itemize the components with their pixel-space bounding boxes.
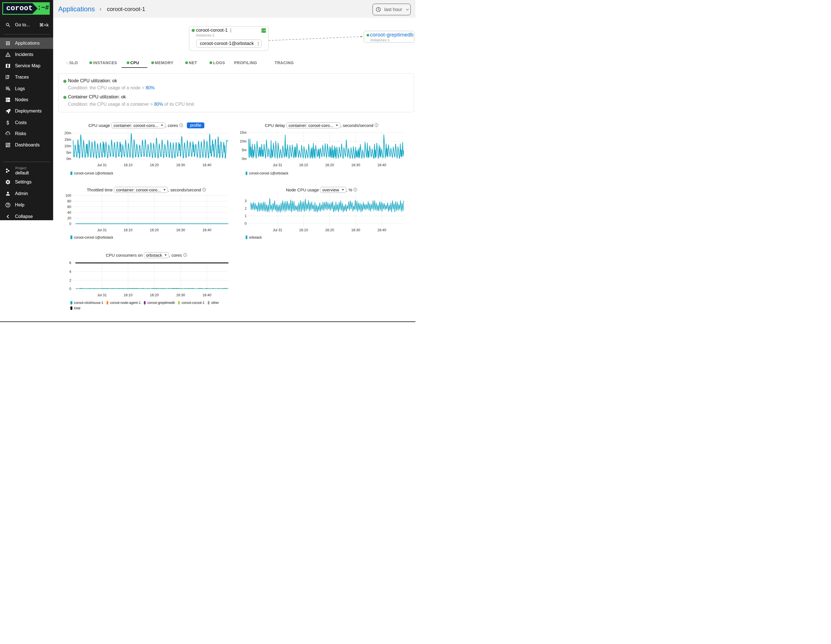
svg-text:60: 60 [67, 205, 71, 209]
svg-text:16:30: 16:30 [351, 228, 360, 232]
svg-text:10m: 10m [240, 139, 247, 143]
svg-text:16:20: 16:20 [150, 228, 159, 232]
svg-text:3: 3 [245, 199, 247, 203]
svg-text:15m: 15m [64, 138, 71, 142]
svg-text:16:40: 16:40 [202, 293, 211, 297]
svg-text:16:40: 16:40 [377, 228, 386, 232]
svg-text:Jul 31: Jul 31 [97, 163, 107, 167]
svg-text:0m: 0m [242, 157, 247, 161]
svg-text:16:20: 16:20 [325, 228, 334, 232]
svg-text:0: 0 [69, 287, 71, 291]
svg-text:80: 80 [67, 199, 71, 203]
svg-text:5m: 5m [67, 151, 71, 155]
svg-text:16:30: 16:30 [176, 163, 185, 167]
svg-text:40: 40 [67, 210, 71, 215]
svg-text:20: 20 [67, 216, 71, 220]
svg-text:16:40: 16:40 [202, 228, 211, 232]
svg-text:16:30: 16:30 [176, 293, 185, 297]
svg-text:0: 0 [69, 222, 71, 226]
svg-text:16:10: 16:10 [299, 163, 308, 167]
svg-text:16:20: 16:20 [150, 163, 159, 167]
svg-text:16:10: 16:10 [299, 228, 308, 232]
svg-text:1: 1 [245, 214, 247, 218]
svg-text:16:40: 16:40 [202, 163, 211, 167]
svg-text:Jul 31: Jul 31 [273, 163, 282, 167]
svg-text:20m: 20m [64, 131, 71, 135]
svg-text:100: 100 [65, 194, 71, 198]
svg-text:2: 2 [69, 279, 71, 282]
svg-text:16:10: 16:10 [124, 163, 132, 167]
svg-text:0: 0 [245, 222, 247, 226]
svg-text:6: 6 [69, 261, 71, 265]
svg-text:0m: 0m [67, 157, 71, 161]
svg-text:16:30: 16:30 [351, 163, 360, 167]
svg-text:16:30: 16:30 [176, 228, 185, 232]
svg-text:Jul 31: Jul 31 [97, 228, 107, 232]
svg-text:15m: 15m [240, 131, 247, 135]
svg-text:5m: 5m [242, 148, 247, 152]
svg-text:Jul 31: Jul 31 [97, 293, 107, 297]
svg-text:10m: 10m [64, 144, 71, 148]
svg-text:16:20: 16:20 [150, 293, 159, 297]
svg-text:16:10: 16:10 [124, 293, 132, 297]
svg-text:16:20: 16:20 [325, 163, 334, 167]
svg-text:16:10: 16:10 [124, 228, 132, 232]
svg-text:16:40: 16:40 [377, 163, 386, 167]
svg-text:2: 2 [245, 207, 247, 210]
svg-text:4: 4 [69, 270, 71, 274]
svg-text:Jul 31: Jul 31 [273, 228, 282, 232]
